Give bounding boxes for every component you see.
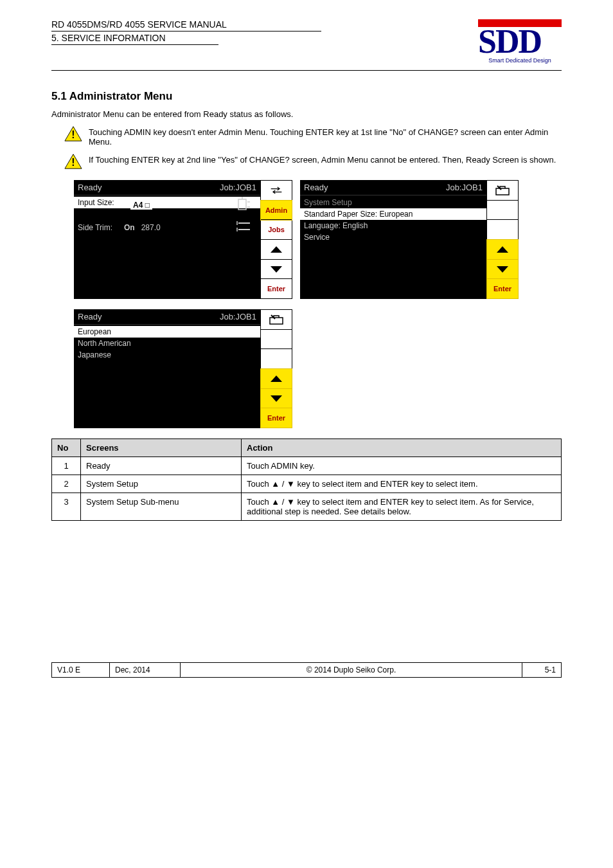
svg-rect-4	[238, 199, 246, 210]
status-bar: Ready Job:JOB1	[300, 180, 486, 195]
down-button[interactable]	[261, 260, 292, 280]
footer-date: Dec, 2014	[110, 663, 181, 677]
input-size-label: Input Size:	[78, 198, 124, 207]
menu-service[interactable]: Service	[300, 231, 486, 243]
up-button[interactable]	[261, 369, 292, 389]
status-ready: Ready	[78, 183, 102, 192]
table-row: 2 System Setup Touch ▲ / ▼ key to select…	[52, 475, 562, 493]
down-button[interactable]	[261, 389, 292, 409]
status-job: Job:JOB1	[220, 312, 256, 321]
doc-chapter: 5. SERVICE INFORMATION	[51, 32, 218, 45]
cell-no: 3	[52, 493, 81, 521]
table-row: 3 System Setup Sub-menu Touch ▲ / ▼ key …	[52, 493, 562, 521]
brand-logo: SDD Smart Dedicated Design	[478, 19, 562, 68]
lcd-sidebar: Admin Jobs Enter	[260, 180, 292, 299]
svg-marker-12	[271, 246, 282, 253]
blank-cell	[261, 330, 292, 350]
svg-text:!: !	[71, 157, 75, 168]
jobs-button[interactable]: Jobs	[261, 220, 292, 240]
warning-2: ! If Touching ENTER key at 2nd line "Yes…	[64, 153, 562, 170]
svg-marker-13	[271, 266, 282, 273]
paper-icon	[236, 197, 256, 213]
svg-rect-17	[270, 318, 283, 324]
up-button[interactable]	[487, 240, 518, 260]
enter-button[interactable]: Enter	[261, 408, 292, 428]
col-action: Action	[242, 439, 562, 457]
cell-screen: System Setup Sub-menu	[81, 493, 242, 521]
lcd-screen-system-setup: Ready Job:JOB1 System Setup Standard Pap…	[300, 180, 519, 299]
admin-button[interactable]: Admin	[261, 201, 292, 221]
cell-action: Touch ADMIN key.	[242, 457, 562, 475]
lcd-screen-paper-options: Ready Job:JOB1 European North American J…	[74, 309, 292, 428]
warning-text: If Touching ENTER key at 2nd line "Yes" …	[89, 153, 556, 165]
status-bar: Ready Job:JOB1	[74, 309, 260, 325]
toolbox-icon[interactable]	[261, 310, 292, 330]
input-size-value: A4 □	[130, 201, 152, 210]
menu-paper-size[interactable]: Standard Paper Size: European	[300, 208, 486, 220]
screens-row-1: Ready Job:JOB1 Input Size: A4 □	[74, 180, 562, 299]
status-job: Job:JOB1	[220, 183, 256, 192]
swap-button[interactable]	[261, 181, 292, 201]
page-footer: V1.0 E Dec, 2014 © 2014 Duplo Seiko Corp…	[51, 662, 562, 678]
lcd-screen-ready: Ready Job:JOB1 Input Size: A4 □	[74, 180, 292, 299]
svg-marker-19	[271, 395, 282, 402]
header-text: RD 4055DMS/RD 4055 SERVICE MANUAL 5. SER…	[51, 19, 478, 45]
option-north-american[interactable]: North American	[74, 338, 260, 349]
down-button[interactable]	[487, 260, 518, 280]
up-button[interactable]	[261, 240, 292, 260]
option-japanese[interactable]: Japanese	[74, 349, 260, 361]
footer-page: 5-1	[522, 663, 561, 677]
svg-marker-15	[497, 246, 508, 253]
blank-cell	[487, 220, 518, 240]
col-screen: Screens	[81, 439, 242, 457]
status-ready: Ready	[78, 312, 102, 321]
cell-screen: Ready	[81, 457, 242, 475]
side-trim-on: On	[124, 223, 135, 232]
status-ready: Ready	[304, 183, 328, 192]
table-header-row: No Screens Action	[52, 439, 562, 457]
cell-screen: System Setup	[81, 475, 242, 493]
status-job: Job:JOB1	[446, 183, 483, 192]
screens-row-2: Ready Job:JOB1 European North American J…	[74, 309, 562, 428]
enter-button[interactable]: Enter	[261, 279, 292, 298]
col-no: No	[52, 439, 81, 457]
warning-text: Touching ADMIN key doesn't enter Admin M…	[89, 125, 562, 147]
footer-copyright: © 2014 Duplo Seiko Corp.	[181, 663, 522, 677]
side-trim-label: Side Trim:	[78, 223, 124, 232]
option-european[interactable]: European	[74, 326, 260, 338]
footer-version: V1.0 E	[52, 663, 110, 677]
doc-title: RD 4055DMS/RD 4055 SERVICE MANUAL	[51, 19, 321, 32]
menu-title: System Setup	[300, 197, 486, 208]
svg-marker-16	[497, 266, 508, 273]
svg-text:!: !	[71, 129, 75, 140]
section-title: 5.1 Administrator Menu	[51, 90, 562, 103]
lcd-sidebar: Enter	[260, 309, 292, 428]
side-trim-value: 287.0	[141, 223, 161, 232]
cell-no: 2	[52, 475, 81, 493]
svg-rect-14	[496, 188, 509, 195]
table-row: 1 Ready Touch ADMIN key.	[52, 457, 562, 475]
blank-cell	[261, 349, 292, 369]
intro-text: Administrator Menu can be entered from R…	[51, 109, 562, 119]
svg-marker-18	[271, 375, 282, 382]
warning-1: ! Touching ADMIN key doesn't enter Admin…	[64, 125, 562, 147]
enter-button[interactable]: Enter	[487, 279, 518, 298]
menu-language[interactable]: Language: English	[300, 220, 486, 231]
toolbox-icon[interactable]	[487, 181, 518, 201]
cell-action: Touch ▲ / ▼ key to select item and ENTER…	[242, 493, 562, 521]
trim-icon	[236, 219, 256, 235]
lcd-sidebar: Enter	[486, 180, 519, 299]
blank-cell	[487, 201, 518, 221]
row-side-trim[interactable]: Side Trim: On 287.0	[74, 218, 260, 237]
cell-action: Touch ▲ / ▼ key to select item and ENTER…	[242, 475, 562, 493]
cell-no: 1	[52, 457, 81, 475]
status-bar: Ready Job:JOB1	[74, 180, 260, 195]
page-header: RD 4055DMS/RD 4055 SERVICE MANUAL 5. SER…	[51, 19, 562, 71]
steps-table: No Screens Action 1 Ready Touch ADMIN ke…	[51, 439, 562, 521]
warning-icon: !	[64, 153, 82, 170]
warning-icon: !	[64, 125, 82, 142]
